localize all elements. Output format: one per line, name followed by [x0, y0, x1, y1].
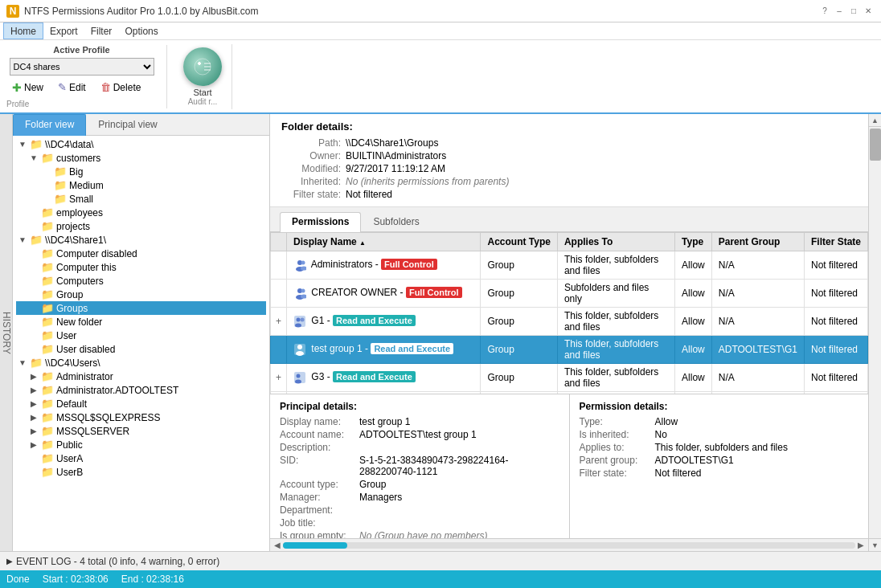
main-area: HISTORY Folder view Principal view ▼ 📁 \…: [0, 114, 881, 551]
title-bar: N NTFS Permissions Auditor Pro 1.0.1.0 b…: [0, 0, 881, 22]
col-type[interactable]: Type: [675, 233, 712, 251]
node-label-administrator: Administrator: [56, 371, 113, 382]
perd-appliesto-value: This folder, subfolders and files: [655, 442, 788, 453]
col-filterstate[interactable]: Filter State: [804, 233, 867, 251]
tab-principal-view[interactable]: Principal view: [86, 114, 169, 135]
node-label-group: Group: [56, 289, 83, 300]
pd-jobtitle-label: Job title:: [280, 517, 356, 529]
tree-node-medium[interactable]: 📁 Medium: [16, 178, 266, 192]
h-scrollbar[interactable]: ◀ ▶: [270, 538, 868, 551]
table-row[interactable]: Mike MC. Cruise - Read and Execute User …: [271, 392, 868, 394]
scroll-right-arrow[interactable]: ▶: [855, 540, 867, 551]
node-label-big: Big: [69, 166, 83, 178]
profile-select[interactable]: DC4 shares: [10, 58, 154, 76]
edit-button[interactable]: ✎ Edit: [52, 79, 92, 96]
menu-home[interactable]: Home: [3, 22, 43, 39]
badge-4: Read and Execute: [371, 343, 453, 354]
tree-node-big[interactable]: 📁 Big: [16, 165, 266, 178]
pd-manager-label: Manager:: [280, 492, 356, 503]
col-displayname[interactable]: Display Name ▲: [287, 233, 481, 251]
expand-dc4data[interactable]: ▼: [18, 140, 27, 149]
perd-type-value: Allow: [655, 416, 678, 427]
table-row[interactable]: CREATOR OWNER - Full Control Group Subfo…: [271, 280, 868, 308]
expand-default[interactable]: ▶: [29, 399, 39, 408]
tree-node-user[interactable]: 📁 User: [16, 329, 266, 342]
tree-node-userb[interactable]: 📁 UserB: [16, 465, 266, 479]
pd-displayname-value: test group 1: [359, 416, 410, 427]
tree-node-adminadtooltest[interactable]: ▶ 📁 Administrator.ADTOOLTEST: [16, 383, 266, 397]
cell-expand-3[interactable]: +: [271, 308, 287, 336]
scroll-down-arrow[interactable]: ▼: [869, 538, 881, 551]
tree-node-computerthis[interactable]: 📁 Computer this: [16, 260, 266, 274]
tree-nodes: ▼ 📁 \\DC4\data\ ▼ 📁 customers 📁 Big: [13, 136, 269, 480]
new-button[interactable]: ✚ New: [6, 79, 49, 96]
tree-node-groups[interactable]: 📁 Groups: [16, 301, 266, 315]
pd-accounttype-label: Account type:: [280, 479, 356, 490]
tree-node-projects[interactable]: 📁 projects: [16, 219, 266, 233]
col-parentgroup[interactable]: Parent Group: [711, 233, 804, 251]
tree-node-public[interactable]: ▶ 📁 Public: [16, 438, 266, 451]
delete-button[interactable]: 🗑 Delete: [95, 79, 147, 96]
expand-mssqlssqlex[interactable]: ▶: [29, 413, 39, 422]
tab-subfolders[interactable]: Subfolders: [361, 212, 431, 231]
tree-node-computers[interactable]: 📁 Computers: [16, 274, 266, 288]
tree-content[interactable]: ▼ 📁 \\DC4\data\ ▼ 📁 customers 📁 Big: [13, 136, 269, 551]
cell-expand-4: [271, 336, 287, 364]
tree-node-mssqlserver[interactable]: ▶ 📁 MSSQLSERVER: [16, 424, 266, 438]
tree-node-dc4users[interactable]: ▼ 📁 \\DC4\Users\: [16, 356, 266, 370]
tree-node-dc4share1[interactable]: ▼ 📁 \\DC4\Share1\: [16, 233, 266, 247]
menu-export[interactable]: Export: [43, 22, 84, 39]
table-row[interactable]: + G1 - Read and Execute Group This folde…: [271, 308, 868, 336]
tab-permissions[interactable]: Permissions: [280, 212, 361, 232]
expand-administrator[interactable]: ▶: [29, 372, 39, 381]
expand-public[interactable]: ▶: [29, 440, 39, 449]
scroll-left-arrow[interactable]: ◀: [272, 540, 283, 551]
node-label-adminadtooltest: Administrator.ADTOOLTEST: [56, 385, 178, 396]
window-controls[interactable]: ? – □ ✕: [818, 5, 875, 18]
tab-folder-view[interactable]: Folder view: [13, 114, 86, 136]
tree-node-newfolder[interactable]: 📁 New folder: [16, 315, 266, 329]
pd-sid-label: SID:: [280, 455, 356, 477]
menu-filter[interactable]: Filter: [84, 22, 119, 39]
cell-expand-5[interactable]: +: [271, 364, 287, 392]
expand-dc4users[interactable]: ▼: [18, 358, 27, 367]
expand-adminadtooltest[interactable]: ▶: [29, 386, 39, 394]
table-row[interactable]: + G3 - Read and Execute Group This folde…: [271, 364, 868, 392]
table-row[interactable]: Administrators - Full Control Group This…: [271, 251, 868, 280]
tree-node-mssqlssqlex[interactable]: ▶ 📁 MSSQL$SQLEXPRESS: [16, 410, 266, 424]
maximize-button[interactable]: □: [847, 5, 860, 18]
minimize-button[interactable]: –: [833, 5, 846, 18]
tree-node-userdisabled[interactable]: 📁 User disabled: [16, 342, 266, 356]
tree-node-usera[interactable]: 📁 UserA: [16, 451, 266, 465]
tree-node-customers[interactable]: ▼ 📁 customers: [16, 151, 266, 165]
tree-node-computerdisabled[interactable]: 📁 Computer disabled: [16, 247, 266, 260]
tree-node-small[interactable]: 📁 Small: [16, 192, 266, 206]
cell-appliesto-6: This folder, subfolders and files: [557, 392, 674, 394]
h-scroll-track[interactable]: [283, 542, 855, 549]
tree-node-employees[interactable]: 📁 employees: [16, 206, 266, 219]
v-scrollbar[interactable]: ▲ ▼: [868, 114, 881, 551]
badge-5: Read and Execute: [333, 371, 416, 382]
tree-node-administrator[interactable]: ▶ 📁 Administrator: [16, 370, 266, 383]
close-button[interactable]: ✕: [862, 5, 875, 18]
tree-node-group[interactable]: 📁 Group: [16, 288, 266, 301]
tree-node-dc4data[interactable]: ▼ 📁 \\DC4\data\: [16, 137, 266, 151]
col-accounttype[interactable]: Account Type: [481, 233, 557, 251]
scroll-up-arrow[interactable]: ▲: [869, 114, 881, 127]
expand-mssqlserver[interactable]: ▶: [29, 427, 39, 435]
status-bar[interactable]: ▶ EVENT LOG - 4 total (0 info, 4 warning…: [0, 551, 881, 570]
help-button[interactable]: ?: [818, 5, 831, 18]
expand-customers[interactable]: ▼: [29, 153, 39, 162]
menu-options[interactable]: Options: [118, 22, 164, 39]
perd-appliesto-label: Applies to:: [580, 442, 652, 453]
tree-node-default[interactable]: ▶ 📁 Default: [16, 397, 266, 410]
col-appliesto[interactable]: Applies To: [557, 233, 674, 251]
perm-table-container[interactable]: Display Name ▲ Account Type Applies To T…: [270, 232, 868, 394]
history-sidebar[interactable]: HISTORY: [0, 114, 13, 551]
expand-dc4share1[interactable]: ▼: [18, 235, 27, 244]
node-label-dc4share1: \\DC4\Share1\: [45, 235, 106, 246]
table-row-selected[interactable]: test group 1 - Read and Execute Group Th…: [271, 336, 868, 364]
start-button[interactable]: Start Audit r...: [174, 44, 232, 109]
svg-point-19: [297, 374, 301, 378]
v-scroll-track[interactable]: [869, 127, 881, 538]
